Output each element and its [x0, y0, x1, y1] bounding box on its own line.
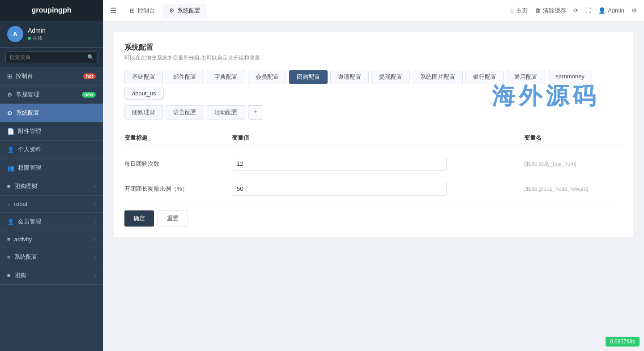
form-row-group-reward: 开团团长奖励比例（%） {$site.group_head_reward}	[124, 176, 623, 201]
search-input[interactable]	[5, 51, 98, 63]
sidebar-item-profile[interactable]: 👤 个人资料	[0, 141, 103, 159]
chevron-icon-3: ‹	[94, 201, 96, 206]
chevron-icon-2: ‹	[94, 184, 96, 189]
config-tab-withdraw[interactable]: 提现配置	[371, 70, 410, 84]
sidebar-logo: groupingph	[0, 0, 103, 21]
config-tab-dict[interactable]: 字典配置	[207, 70, 245, 84]
user-status: 在线	[28, 35, 46, 42]
fullscreen-icon: ⛶	[585, 7, 591, 14]
config-tab-about-us[interactable]: about_us	[124, 87, 164, 100]
page-description: 可以在此增改系统的变量和分组,也可以自定义分组和变量	[124, 54, 623, 62]
config-tabs: 基础配置 邮件配置 字典配置 会员配置 团购配置 邀请配置 提现配置 系统图片配…	[124, 70, 623, 120]
daily-buy-input[interactable]	[232, 157, 447, 171]
chevron-icon-7: ‹	[94, 273, 96, 278]
clear-cache-action[interactable]: 🗑 清除缓存	[535, 7, 566, 15]
daily-buy-var: {$site.daily_buy_num}	[524, 161, 623, 167]
chevron-icon-6: ‹	[94, 255, 96, 260]
topbar-gear-icon: ⚙	[631, 7, 637, 14]
avatar: A	[7, 26, 23, 42]
sidebar-item-robot[interactable]: ≡ robot ‹	[0, 196, 103, 213]
main-area: ☰ ⊞ 控制台 ⚙ 系统配置 ⌂ 主页 🗑 清除缓存	[103, 0, 644, 351]
attachments-icon: 📄	[7, 128, 14, 135]
chevron-icon-5: ‹	[94, 237, 96, 242]
refresh-icon: ⟳	[573, 7, 578, 14]
tab-system-config[interactable]: ⚙ 系统配置	[163, 4, 207, 17]
group-reward-var: {$site.group_head_reward}	[524, 186, 623, 192]
topbar-settings-action[interactable]: ⚙	[631, 7, 637, 14]
chevron-icon: ‹	[94, 166, 96, 171]
general-icon: ⚙	[7, 91, 13, 98]
user-action[interactable]: 👤 Admin	[598, 7, 624, 14]
confirm-button[interactable]: 确定	[124, 210, 154, 227]
config-tab-invite[interactable]: 邀请配置	[330, 70, 369, 84]
refresh-action[interactable]: ⟳	[573, 7, 578, 14]
sidebar-item-system-config[interactable]: ⚙ 系统配置	[0, 104, 103, 122]
col-var-header: 变量名	[524, 134, 623, 142]
config-tab-bank[interactable]: 银行配置	[465, 70, 504, 84]
status-dot	[28, 37, 31, 40]
sidebar-item-dashboard[interactable]: ⊞ 控制台 hot	[0, 67, 103, 86]
button-row: 确定 重置	[124, 210, 623, 227]
sidebar-item-permissions[interactable]: 👥 权限管理 ‹	[0, 159, 103, 177]
reset-button[interactable]: 重置	[158, 210, 188, 227]
trash-icon: 🗑	[535, 7, 541, 14]
sys-config2-icon: ≡	[7, 254, 11, 261]
page-title: 系统配置	[124, 43, 623, 52]
topbar-left: ☰ ⊞ 控制台 ⚙ 系统配置	[110, 4, 207, 17]
fullscreen-action[interactable]: ⛶	[585, 7, 591, 14]
config-tab-sys-image[interactable]: 系统图片配置	[413, 70, 463, 84]
chevron-icon-4: ‹	[94, 219, 96, 224]
robot-icon: ≡	[7, 201, 11, 207]
permissions-icon: 👥	[7, 165, 14, 171]
content-area: 系统配置 可以在此增改系统的变量和分组,也可以自定义分组和变量 基础配置 邮件配…	[103, 21, 644, 351]
group-purchase-icon: ≡	[7, 272, 11, 279]
config-tab-add[interactable]: +	[248, 105, 263, 120]
topbar-right: ⌂ 主页 🗑 清除缓存 ⟳ ⛶ 👤 Admin ⚙	[510, 7, 637, 15]
sidebar-item-member-mgmt[interactable]: 👤 会员管理 ‹	[0, 213, 103, 231]
dashboard-icon: ⊞	[7, 73, 12, 80]
group-reward-input[interactable]	[232, 182, 447, 196]
config-tab-earnmoney[interactable]: earnmoney	[548, 70, 592, 84]
tab-dashboard[interactable]: ⊞ 控制台	[124, 4, 161, 17]
config-tab-basic[interactable]: 基础配置	[124, 70, 163, 84]
config-tab-group-finance[interactable]: 团购理财	[124, 105, 163, 120]
new-badge: new	[82, 92, 96, 98]
config-tab-email[interactable]: 邮件配置	[166, 70, 204, 84]
form-header: 变量标题 变量值 变量名	[124, 130, 623, 146]
sidebar-user: A Admin 在线	[0, 21, 103, 48]
config-tab-lang[interactable]: 语言配置	[166, 105, 204, 120]
search-icon: 🔍	[87, 54, 94, 60]
sidebar-item-activity[interactable]: ≡ activity ‹	[0, 231, 103, 248]
profile-icon: 👤	[7, 146, 14, 153]
group-reward-label: 开团团长奖励比例（%）	[124, 185, 232, 193]
system-config-icon: ⚙	[7, 110, 13, 116]
form-section: 变量标题 变量值 变量名 每日团购次数 {$site.daily_buy_num…	[124, 130, 623, 227]
topbar: ☰ ⊞ 控制台 ⚙ 系统配置 ⌂ 主页 🗑 清除缓存	[103, 0, 644, 21]
sidebar-item-group-purchase[interactable]: ≡ 团购 ‹	[0, 266, 103, 285]
system-config-tab-icon: ⚙	[169, 7, 175, 14]
menu-toggle-icon[interactable]: ☰	[110, 6, 116, 15]
sidebar-item-attachments[interactable]: 📄 附件管理	[0, 122, 103, 141]
sidebar-item-sys-config2[interactable]: ≡ 系统配置 ‹	[0, 248, 103, 266]
sidebar: groupingph A Admin 在线 🔍 ⊞ 控制台 hot ⚙ 常规管理…	[0, 0, 103, 351]
page-card: 系统配置 可以在此增改系统的变量和分组,也可以自定义分组和变量 基础配置 邮件配…	[114, 32, 633, 237]
sidebar-item-general[interactable]: ⚙ 常规管理 new	[0, 86, 103, 104]
config-tab-activity[interactable]: 活动配置	[207, 105, 245, 120]
activity-icon: ≡	[7, 236, 11, 243]
member-icon: 👤	[7, 218, 14, 225]
sidebar-item-group-finance[interactable]: ≡ 团购理财 ‹	[0, 177, 103, 196]
topbar-tabs: ⊞ 控制台 ⚙ 系统配置	[124, 4, 207, 17]
dashboard-tab-icon: ⊞	[130, 7, 135, 14]
timing-badge: 0.085798s	[606, 337, 640, 347]
config-tab-member[interactable]: 会员配置	[248, 70, 286, 84]
user-avatar-icon: 👤	[598, 7, 606, 14]
home-action[interactable]: ⌂ 主页	[510, 7, 528, 15]
config-tab-general[interactable]: 通用配置	[507, 70, 545, 84]
config-tab-group-buy[interactable]: 团购配置	[289, 70, 328, 84]
col-value-header: 变量值	[232, 134, 524, 142]
home-icon: ⌂	[510, 7, 514, 14]
hot-badge: hot	[83, 73, 96, 79]
col-label-header: 变量标题	[124, 134, 232, 142]
daily-buy-label: 每日团购次数	[124, 160, 232, 168]
group-finance-icon: ≡	[7, 183, 11, 190]
